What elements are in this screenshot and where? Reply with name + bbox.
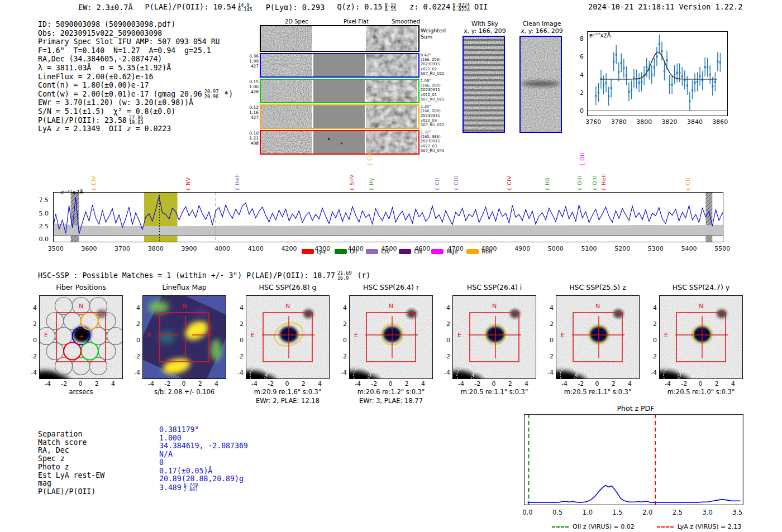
spectrum-x-tick: 5000 — [548, 245, 564, 252]
spec2d-row-left-labels: 0.151.00428 — [246, 79, 259, 94]
spec2d-image — [261, 80, 312, 102]
spectrum-y-tick: 5.0 — [32, 210, 49, 217]
cutout-plot-area: NE — [246, 295, 330, 379]
cutout-x-tick: 4 — [628, 380, 632, 387]
cutout-x-tick: -4 — [665, 380, 671, 387]
spec2d-row-images — [260, 79, 419, 103]
inset-y-tick: 4 — [580, 71, 584, 79]
match-value: 20.89(20.88,20.89)g — [159, 475, 244, 483]
cutout-panel: HSC SSP(24.7) yNE-4-4-2-2002244m:20.5 re… — [642, 283, 760, 411]
spectrum-line-label: { SiIV — [349, 174, 355, 191]
cutout-plot-area: NE — [556, 295, 640, 379]
cutout-plot-area: +NE — [39, 295, 123, 379]
spectrum-line-label: { OII — [579, 152, 585, 166]
cutout-x-tick: 4 — [421, 380, 425, 387]
summary-header: EW: 2.3±0.7Å P(LAE)/P(OII): 10.5414.98.1… — [78, 2, 488, 12]
with-sky-title: With Skyx, y: 166, 209 — [462, 20, 507, 35]
legend-swatch — [302, 249, 314, 254]
cutout-plot-area: NE — [142, 295, 226, 379]
cutout-x-tick: 2 — [405, 380, 409, 387]
qz-value: Q(z): 0.150.150.15 — [337, 2, 397, 12]
match-label: RA, Dec — [38, 446, 69, 454]
spectrum-x-tick: 4100 — [248, 245, 264, 252]
cutout-x-tick: 0 — [79, 380, 83, 387]
photz-legend-item: LyA z (VIRUS) = 2.13 — [657, 523, 742, 530]
spectrum-line-labels: { CIV{ NV{ HeII{ SiIV{ CIII{ Hγ{ CII{ CI… — [53, 151, 723, 192]
photz-legend-item: OII z (VIRUS) = 0.02 — [552, 523, 635, 530]
cutout-title: HSC SSP(26.4) i — [436, 283, 553, 291]
svg-text:N: N — [595, 303, 600, 310]
spectrum-x-tick: 5200 — [614, 245, 630, 252]
pixel-flat-image — [313, 131, 365, 154]
match-table: Separation0.381179"Match score1.000RA, D… — [38, 430, 273, 502]
spectrum-x-tick: 4200 — [281, 245, 297, 252]
legend-swatch — [466, 249, 479, 254]
cutout-x-tick: 0 — [182, 380, 186, 387]
svg-text:E: E — [561, 332, 565, 339]
cutout-x-tick: 4 — [731, 380, 735, 387]
cutout-x-tick: 2 — [198, 380, 202, 387]
inset-x-tick: 3860 — [712, 118, 728, 126]
spectrum-legend: LyαOIICIVCIIIMgIIHeII — [302, 248, 492, 255]
cutout-x-tick: 0 — [699, 380, 703, 387]
cutout-y-tick: -4 — [20, 369, 37, 376]
cutout-x-tick: 2 — [612, 380, 616, 387]
cutout-y-tick: -4 — [537, 369, 554, 376]
spec2d-row-right-labels: 1.31"(165, 386)20230915v022_03507_RU_041 — [421, 130, 454, 153]
inset-plot-area — [587, 31, 728, 116]
photz-x-tick: 1.0 — [583, 509, 593, 516]
match-label: Est LyA rest-EW — [38, 471, 104, 480]
z-value: z: 0.02240.02240.0224OII — [409, 2, 488, 12]
pixel-flat-image — [313, 54, 365, 76]
cutout-x-tick: 4 — [318, 380, 322, 387]
spec2d-image — [261, 54, 312, 76]
cutout-x-tick: -2 — [61, 380, 67, 387]
svg-text:+: + — [79, 333, 84, 340]
with-sky-image — [462, 36, 505, 133]
match-value: 0 — [159, 458, 164, 467]
cutout-y-tick: 2 — [123, 320, 140, 328]
pixel-flat-image — [313, 80, 365, 102]
photz-x-tick: 0.0 — [522, 509, 532, 516]
photz-legend-label: OII z (VIRUS) = 0.02 — [573, 523, 635, 530]
spectrum-line-label: { CIV — [90, 176, 97, 191]
cutout-y-tick: -4 — [433, 369, 450, 376]
photz-title: Phot z PDF — [524, 404, 747, 413]
spectrum-x-tick: 3900 — [181, 245, 197, 252]
spectrum-line-label: { Hγ — [368, 178, 374, 191]
match-value: 1.000 — [159, 434, 182, 442]
cutout-y-tick: 0 — [537, 337, 554, 344]
svg-text:N: N — [699, 303, 703, 310]
info-line: EWr = 3.70(±1.20) (w: 3.20(±0.98))Å — [38, 98, 233, 107]
svg-text:E: E — [354, 332, 358, 339]
legend-label: MgII — [446, 248, 457, 255]
info-line: F=1.6" T=0.140 N=1.27 A=0.94 g=25.1 — [38, 46, 233, 55]
cutout-title: HSC SSP(25.5) z — [539, 283, 656, 291]
legend-label: HeII — [481, 248, 492, 255]
photz-legend-dash — [552, 526, 569, 528]
spec2d-row-images — [260, 25, 419, 52]
legend-item: MgII — [431, 248, 457, 255]
inset-x-tick: 3840 — [687, 118, 703, 126]
spec2d-row: 0.121.164271.30"(166, 209)20230915v022_0… — [260, 104, 419, 129]
match-label: Photo z — [38, 463, 69, 471]
cutout-y-tick: -4 — [640, 369, 657, 376]
svg-text:N: N — [492, 303, 497, 310]
plae-poii-value: P(LAE)/P(OII): 10.5414.98.145 — [145, 2, 254, 12]
cutout-y-tick: -2 — [227, 353, 244, 360]
cutout-y-tick: -2 — [640, 353, 657, 360]
info-line: Obs: 20230915v022_5090003098 — [38, 29, 233, 38]
pixel-flat-image — [313, 26, 365, 51]
inset-x-tick: 3820 — [662, 118, 678, 126]
cutout-x-tick: 4 — [524, 380, 528, 387]
cutout-y-tick: 2 — [640, 320, 657, 328]
svg-text:N: N — [285, 303, 290, 310]
clean-image-title: Clean Imagex, y: 166, 209 — [519, 20, 564, 35]
svg-text:N: N — [79, 303, 83, 310]
spec2d-col-header: Pixel Flat — [344, 18, 369, 25]
photz-legend-dash — [657, 526, 674, 528]
cutout-y-tick: -2 — [433, 353, 450, 360]
cutout-y-tick: 4 — [330, 304, 347, 311]
info-line: Cont(w) = 2.00(±0.01)e-17 (gmag 20.9620.… — [38, 90, 233, 99]
cutout-y-tick: 2 — [537, 320, 554, 328]
